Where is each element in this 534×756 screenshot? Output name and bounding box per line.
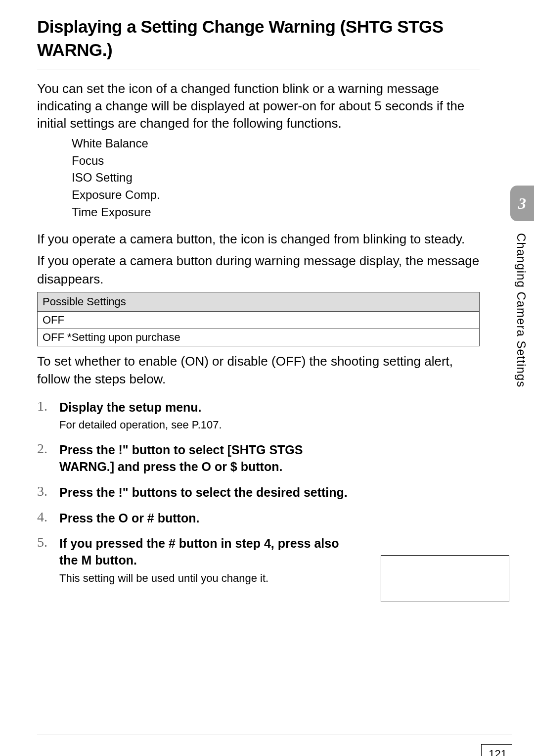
step-title: Press the O or # button. xyxy=(59,510,354,527)
page-footer: 121 xyxy=(37,735,512,741)
list-item: Time Exposure xyxy=(72,204,480,221)
intro-paragraph: You can set the icon of a changed functi… xyxy=(37,80,480,132)
table-row: OFF *Setting upon purchase xyxy=(38,329,479,346)
step-title: If you pressed the # button in step 4, p… xyxy=(59,535,354,569)
step-item: If you pressed the # button in step 4, p… xyxy=(37,535,354,586)
below-table-paragraph: To set whether to enable (ON) or disable… xyxy=(37,352,480,388)
list-item: Exposure Comp. xyxy=(72,187,480,204)
chapter-number-badge: 3 xyxy=(510,186,534,221)
step-item: Press the !" button to select [SHTG STGS… xyxy=(37,442,354,475)
operate-paragraph-1: If you operate a camera button, the icon… xyxy=(37,230,480,248)
chapter-title-vertical: Changing Camera Settings xyxy=(510,233,534,387)
list-item: ISO Setting xyxy=(72,169,480,187)
list-item: Focus xyxy=(72,152,480,170)
step-body: This setting will be used until you chan… xyxy=(59,571,354,586)
step-title: Display the setup menu. xyxy=(59,399,354,416)
steps-list: Display the setup menu. For detailed ope… xyxy=(37,399,354,586)
step-title: Press the !" button to select [SHTG STGS… xyxy=(59,442,354,475)
function-list: White Balance Focus ISO Setting Exposure… xyxy=(37,135,480,221)
section-heading: Displaying a Setting Change Warning (SHT… xyxy=(37,15,480,69)
possible-settings-table: Possible Settings OFF OFF *Setting upon … xyxy=(37,292,480,346)
side-tab: 3 Changing Camera Settings xyxy=(510,186,534,387)
step-item: Press the !" buttons to select the desir… xyxy=(37,484,354,501)
step-item: Press the O or # button. xyxy=(37,510,354,527)
operate-paragraph-2: If you operate a camera button during wa… xyxy=(37,252,480,288)
screenshot-placeholder xyxy=(381,555,509,602)
list-item: White Balance xyxy=(72,135,480,152)
page-number: 121 xyxy=(481,744,512,756)
step-title: Press the !" buttons to select the desir… xyxy=(59,484,354,501)
step-item: Display the setup menu. For detailed ope… xyxy=(37,399,354,433)
step-body: For detailed operation, see P.107. xyxy=(59,418,354,433)
table-header: Possible Settings xyxy=(38,292,479,312)
table-row: OFF xyxy=(38,312,479,329)
